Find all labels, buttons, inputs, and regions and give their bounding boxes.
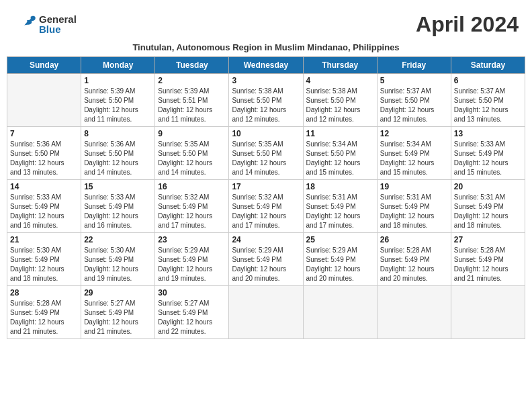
day-info: Sunrise: 5:33 AM Sunset: 5:49 PM Dayligh…: [84, 193, 152, 230]
day-number: 8: [84, 129, 152, 138]
column-header-thursday: Thursday: [303, 57, 377, 74]
day-info: Sunrise: 5:31 AM Sunset: 5:49 PM Dayligh…: [380, 193, 448, 230]
day-info: Sunrise: 5:34 AM Sunset: 5:50 PM Dayligh…: [306, 140, 374, 177]
calendar-cell: 4Sunrise: 5:38 AM Sunset: 5:50 PM Daylig…: [303, 74, 377, 127]
day-info: Sunrise: 5:33 AM Sunset: 5:49 PM Dayligh…: [454, 140, 522, 177]
day-number: 11: [306, 129, 374, 138]
calendar-cell: 18Sunrise: 5:31 AM Sunset: 5:49 PM Dayli…: [303, 180, 377, 233]
day-info: Sunrise: 5:39 AM Sunset: 5:51 PM Dayligh…: [158, 87, 226, 124]
calendar-cell: 28Sunrise: 5:28 AM Sunset: 5:49 PM Dayli…: [7, 286, 81, 339]
calendar-cell: 9Sunrise: 5:35 AM Sunset: 5:50 PM Daylig…: [155, 127, 229, 180]
day-info: Sunrise: 5:27 AM Sunset: 5:49 PM Dayligh…: [84, 299, 152, 336]
day-info: Sunrise: 5:33 AM Sunset: 5:49 PM Dayligh…: [10, 193, 78, 230]
calendar-cell: 14Sunrise: 5:33 AM Sunset: 5:49 PM Dayli…: [7, 180, 81, 233]
day-number: 25: [306, 235, 374, 244]
page-header: General Blue April 2024: [7, 7, 525, 40]
day-number: 28: [10, 288, 78, 298]
calendar-cell: 17Sunrise: 5:32 AM Sunset: 5:49 PM Dayli…: [229, 180, 303, 233]
calendar-week-2: 7Sunrise: 5:36 AM Sunset: 5:50 PM Daylig…: [7, 127, 525, 180]
calendar-cell: [377, 286, 451, 339]
calendar-week-5: 28Sunrise: 5:28 AM Sunset: 5:49 PM Dayli…: [7, 286, 525, 339]
calendar-cell: 6Sunrise: 5:37 AM Sunset: 5:50 PM Daylig…: [451, 74, 525, 127]
day-number: 2: [158, 76, 226, 85]
calendar-cell: 25Sunrise: 5:29 AM Sunset: 5:49 PM Dayli…: [303, 233, 377, 286]
day-number: 16: [158, 182, 226, 191]
day-info: Sunrise: 5:29 AM Sunset: 5:49 PM Dayligh…: [306, 246, 374, 283]
column-header-monday: Monday: [81, 57, 155, 74]
day-info: Sunrise: 5:37 AM Sunset: 5:50 PM Dayligh…: [380, 87, 448, 124]
calendar-week-4: 21Sunrise: 5:30 AM Sunset: 5:49 PM Dayli…: [7, 233, 525, 286]
calendar-header-row: SundayMondayTuesdayWednesdayThursdayFrid…: [7, 57, 525, 74]
day-number: 10: [232, 129, 300, 138]
day-info: Sunrise: 5:38 AM Sunset: 5:50 PM Dayligh…: [306, 87, 374, 124]
day-number: 29: [84, 288, 152, 298]
calendar-cell: 11Sunrise: 5:34 AM Sunset: 5:50 PM Dayli…: [303, 127, 377, 180]
logo-icon: [13, 12, 38, 36]
calendar-cell: [229, 286, 303, 339]
day-number: 13: [454, 129, 522, 138]
calendar-cell: [7, 74, 81, 127]
day-info: Sunrise: 5:38 AM Sunset: 5:50 PM Dayligh…: [232, 87, 300, 124]
day-info: Sunrise: 5:32 AM Sunset: 5:49 PM Dayligh…: [158, 193, 226, 230]
calendar-cell: 16Sunrise: 5:32 AM Sunset: 5:49 PM Dayli…: [155, 180, 229, 233]
calendar-cell: 13Sunrise: 5:33 AM Sunset: 5:49 PM Dayli…: [451, 127, 525, 180]
day-info: Sunrise: 5:36 AM Sunset: 5:50 PM Dayligh…: [10, 140, 78, 177]
calendar-cell: 15Sunrise: 5:33 AM Sunset: 5:49 PM Dayli…: [81, 180, 155, 233]
day-number: 3: [232, 76, 300, 85]
day-number: 24: [232, 235, 300, 244]
calendar-cell: 10Sunrise: 5:35 AM Sunset: 5:50 PM Dayli…: [229, 127, 303, 180]
day-number: 6: [454, 76, 522, 85]
column-header-friday: Friday: [377, 57, 451, 74]
day-number: 23: [158, 235, 226, 244]
day-info: Sunrise: 5:30 AM Sunset: 5:49 PM Dayligh…: [84, 246, 152, 283]
day-info: Sunrise: 5:29 AM Sunset: 5:49 PM Dayligh…: [232, 246, 300, 283]
day-number: 27: [454, 235, 522, 244]
day-number: 26: [380, 235, 448, 244]
day-info: Sunrise: 5:30 AM Sunset: 5:49 PM Dayligh…: [10, 246, 78, 283]
calendar-cell: 8Sunrise: 5:36 AM Sunset: 5:50 PM Daylig…: [81, 127, 155, 180]
day-number: 22: [84, 235, 152, 244]
day-number: 19: [380, 182, 448, 191]
day-number: 20: [454, 182, 522, 191]
calendar-week-3: 14Sunrise: 5:33 AM Sunset: 5:49 PM Dayli…: [7, 180, 525, 233]
day-info: Sunrise: 5:34 AM Sunset: 5:49 PM Dayligh…: [380, 140, 448, 177]
day-number: 4: [306, 76, 374, 85]
day-info: Sunrise: 5:35 AM Sunset: 5:50 PM Dayligh…: [158, 140, 226, 177]
day-number: 12: [380, 129, 448, 138]
calendar-cell: [451, 286, 525, 339]
day-number: 30: [158, 288, 226, 298]
day-info: Sunrise: 5:31 AM Sunset: 5:49 PM Dayligh…: [306, 193, 374, 230]
day-info: Sunrise: 5:31 AM Sunset: 5:49 PM Dayligh…: [454, 193, 522, 230]
column-header-wednesday: Wednesday: [229, 57, 303, 74]
column-header-sunday: Sunday: [7, 57, 81, 74]
day-info: Sunrise: 5:32 AM Sunset: 5:49 PM Dayligh…: [232, 193, 300, 230]
calendar-cell: 2Sunrise: 5:39 AM Sunset: 5:51 PM Daylig…: [155, 74, 229, 127]
logo: General Blue: [13, 12, 77, 36]
day-number: 5: [380, 76, 448, 85]
logo-text: General Blue: [39, 14, 77, 34]
day-number: 18: [306, 182, 374, 191]
day-number: 21: [10, 235, 78, 244]
calendar-cell: 30Sunrise: 5:27 AM Sunset: 5:49 PM Dayli…: [155, 286, 229, 339]
day-number: 1: [84, 76, 152, 85]
calendar-table: SundayMondayTuesdayWednesdayThursdayFrid…: [7, 56, 525, 339]
day-info: Sunrise: 5:27 AM Sunset: 5:49 PM Dayligh…: [158, 299, 226, 336]
day-info: Sunrise: 5:29 AM Sunset: 5:49 PM Dayligh…: [158, 246, 226, 283]
calendar-cell: [303, 286, 377, 339]
calendar-cell: 3Sunrise: 5:38 AM Sunset: 5:50 PM Daylig…: [229, 74, 303, 127]
calendar-cell: 24Sunrise: 5:29 AM Sunset: 5:49 PM Dayli…: [229, 233, 303, 286]
column-header-saturday: Saturday: [451, 57, 525, 74]
day-info: Sunrise: 5:28 AM Sunset: 5:49 PM Dayligh…: [454, 246, 522, 283]
day-info: Sunrise: 5:39 AM Sunset: 5:50 PM Dayligh…: [84, 87, 152, 124]
day-info: Sunrise: 5:36 AM Sunset: 5:50 PM Dayligh…: [84, 140, 152, 177]
month-title: April 2024: [416, 12, 519, 37]
day-number: 14: [10, 182, 78, 191]
calendar-cell: 23Sunrise: 5:29 AM Sunset: 5:49 PM Dayli…: [155, 233, 229, 286]
calendar-cell: 7Sunrise: 5:36 AM Sunset: 5:50 PM Daylig…: [7, 127, 81, 180]
column-header-tuesday: Tuesday: [155, 57, 229, 74]
calendar-cell: 27Sunrise: 5:28 AM Sunset: 5:49 PM Dayli…: [451, 233, 525, 286]
calendar-cell: 26Sunrise: 5:28 AM Sunset: 5:49 PM Dayli…: [377, 233, 451, 286]
logo-general-text: General: [39, 14, 77, 24]
calendar-cell: 20Sunrise: 5:31 AM Sunset: 5:49 PM Dayli…: [451, 180, 525, 233]
day-info: Sunrise: 5:28 AM Sunset: 5:49 PM Dayligh…: [10, 299, 78, 336]
